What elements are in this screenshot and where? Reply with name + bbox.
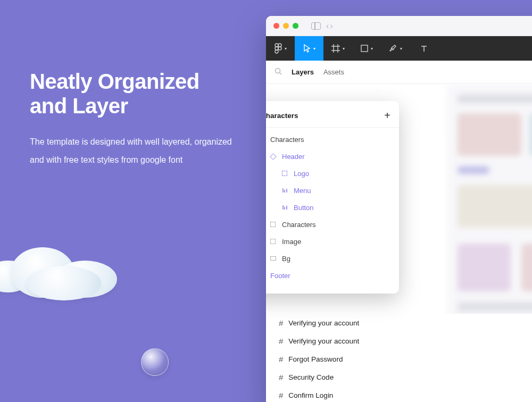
hero-title-line1: Neatly Organized — [30, 70, 200, 93]
frame-row[interactable]: #Forgot Password — [266, 350, 532, 368]
dashed-box-icon — [269, 222, 277, 227]
svg-point-4 — [275, 50, 278, 53]
layer-node-label: Characters — [270, 136, 304, 144]
svg-line-11 — [280, 73, 281, 74]
bars-icon — [281, 205, 288, 210]
pen-tool[interactable]: ▾ — [381, 36, 410, 61]
frame-row-label: Security Code — [288, 373, 334, 381]
bubble-illustration — [141, 348, 169, 376]
layers-popover: Characters + CharactersHeaderLogoMenuBut… — [266, 101, 399, 294]
frame-row-label: Verifying your account — [288, 337, 359, 345]
browser-window: ‹ › ▾ ▾ — [266, 16, 532, 402]
dashed-box-icon — [269, 239, 277, 244]
frame-row[interactable]: #Confirm Login — [266, 386, 532, 402]
shape-tool[interactable]: ▾ — [352, 36, 381, 61]
bars-icon — [281, 188, 288, 192]
layer-node-label: Image — [282, 238, 301, 246]
cloud-illustration — [0, 239, 122, 298]
svg-point-0 — [275, 44, 278, 47]
frame-icon: # — [279, 337, 283, 346]
back-icon[interactable]: ‹ — [326, 21, 329, 31]
sidebar-toggle-icon[interactable] — [311, 22, 321, 30]
move-tool[interactable]: ▾ — [295, 36, 323, 61]
browser-toolbar: ‹ › — [311, 21, 333, 31]
maximize-icon[interactable] — [293, 23, 298, 29]
frame-row[interactable]: #Security Code — [266, 368, 532, 386]
frame-tool[interactable]: ▾ — [323, 36, 352, 61]
svg-point-10 — [276, 69, 280, 73]
svg-point-2 — [275, 47, 278, 50]
layer-node[interactable]: Image — [266, 233, 397, 250]
svg-point-3 — [278, 47, 281, 50]
frame-icon: # — [279, 355, 283, 364]
close-icon[interactable] — [273, 23, 279, 29]
window-controls — [273, 23, 298, 29]
frame-row-label: Verifying your account — [288, 319, 359, 327]
frame-row[interactable]: #Verifying your account — [266, 314, 532, 332]
layer-node[interactable]: Characters — [266, 131, 397, 148]
hero-copy: Neatly Organized and Layer The template … — [30, 69, 232, 169]
hero-subtitle: The template is designed with well layer… — [30, 133, 232, 169]
frame-icon: # — [279, 373, 283, 382]
minimize-icon[interactable] — [283, 23, 289, 29]
svg-rect-9 — [361, 45, 368, 52]
layer-node-label: Bg — [282, 255, 290, 263]
layer-node-label: Button — [294, 204, 314, 212]
text-tool[interactable] — [410, 36, 438, 61]
layer-node-label: Footer — [270, 272, 290, 280]
figma-panel-tabs: Layers Assets UI Design ⌃ — [266, 61, 532, 84]
layer-node[interactable]: Bg — [266, 250, 397, 267]
popover-title: Characters — [266, 112, 298, 120]
diamond-icon — [269, 154, 277, 159]
frame-icon: # — [279, 319, 283, 328]
layer-node[interactable]: Header — [266, 148, 397, 165]
solid-box-icon — [269, 256, 277, 261]
frame-list: #Verifying your account #Verifying your … — [266, 314, 532, 402]
layer-node[interactable]: Menu — [266, 182, 397, 199]
layer-node-label: Header — [282, 153, 305, 161]
frame-icon: # — [279, 391, 283, 400]
frame-row-label: Confirm Login — [288, 391, 333, 399]
figma-menu-button[interactable]: ▾ — [266, 36, 295, 61]
hero-title-line2: and Layer — [30, 94, 128, 118]
layer-node-label: Logo — [294, 170, 309, 178]
tab-layers[interactable]: Layers — [292, 68, 314, 76]
figma-toolbar: ▾ ▾ ▾ ▾ ▾ — [266, 36, 532, 61]
layer-tree: CharactersHeaderLogoMenuButtonCharacters… — [266, 128, 399, 287]
layer-node[interactable]: Logo — [266, 165, 397, 182]
layer-node[interactable]: Button — [266, 199, 397, 216]
hero-title: Neatly Organized and Layer — [30, 69, 232, 118]
add-icon[interactable]: + — [384, 110, 390, 122]
frame-row-label: Forgot Password — [288, 355, 343, 363]
layer-node[interactable]: Footer — [266, 267, 397, 284]
search-icon[interactable] — [275, 68, 282, 77]
popover-header: Characters + — [266, 106, 399, 128]
svg-point-1 — [278, 44, 281, 47]
forward-icon[interactable]: › — [330, 21, 332, 31]
tab-assets[interactable]: Assets — [323, 68, 344, 76]
promo-stage: Neatly Organized and Layer The template … — [0, 0, 532, 402]
frame-row[interactable]: #Verifying your account — [266, 332, 532, 350]
browser-chrome: ‹ › — [266, 16, 532, 36]
layer-node[interactable]: Characters — [266, 216, 397, 233]
layer-node-label: Characters — [282, 221, 316, 229]
layer-node-label: Menu — [294, 187, 311, 195]
dashed-box-icon — [281, 171, 288, 176]
